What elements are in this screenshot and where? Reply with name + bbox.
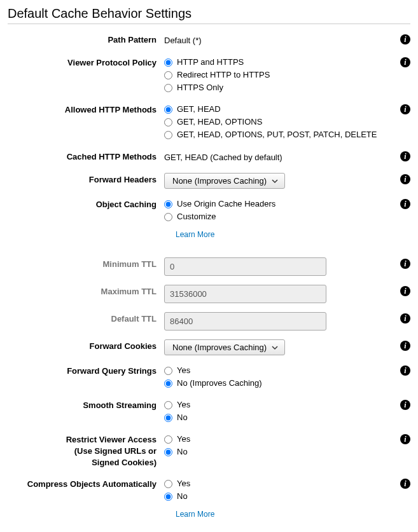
control-maximum-ttl bbox=[164, 285, 410, 303]
control-minimum-ttl bbox=[164, 257, 410, 276]
info-icon[interactable]: i bbox=[400, 34, 410, 44]
label-default-ttl: Default TTL bbox=[8, 312, 164, 325]
row-default-ttl: Default TTL i bbox=[8, 312, 410, 331]
label-restrict-viewer-access: Restrict Viewer Access (Use Signed URLs … bbox=[8, 433, 164, 468]
info-icon[interactable]: i bbox=[400, 174, 410, 184]
input-default-ttl[interactable] bbox=[164, 312, 326, 331]
row-cached-http-methods: Cached HTTP Methods GET, HEAD (Cached by… bbox=[8, 150, 410, 164]
info-icon[interactable]: i bbox=[400, 286, 410, 296]
info-icon[interactable]: i bbox=[400, 479, 410, 489]
chevron-down-icon bbox=[272, 344, 278, 351]
control-smooth-streaming: Yes No bbox=[164, 399, 410, 424]
info-icon[interactable]: i bbox=[400, 434, 410, 444]
label-compress-objects: Compress Objects Automatically bbox=[8, 477, 164, 490]
label-cached-http-methods: Cached HTTP Methods bbox=[8, 150, 164, 163]
radio-co-no[interactable]: No bbox=[164, 490, 391, 503]
label-minimum-ttl: Minimum TTL bbox=[8, 257, 164, 270]
row-maximum-ttl: Maximum TTL i bbox=[8, 285, 410, 303]
radio-oc-origin[interactable]: Use Origin Cache Headers bbox=[164, 198, 391, 210]
info-icon[interactable]: i bbox=[400, 199, 410, 209]
radio-rva-no[interactable]: No bbox=[164, 446, 391, 458]
row-forward-headers: Forward Headers None (Improves Caching) … bbox=[8, 173, 410, 189]
control-compress-objects: Yes No Learn More bbox=[164, 477, 410, 521]
info-icon[interactable]: i bbox=[400, 365, 410, 376]
section-title: Default Cache Behavior Settings bbox=[8, 6, 410, 24]
radio-co-yes[interactable]: Yes bbox=[164, 477, 391, 490]
label-maximum-ttl: Maximum TTL bbox=[8, 285, 164, 297]
row-viewer-protocol-policy: Viewer Protocol Policy HTTP and HTTPS Re… bbox=[8, 56, 410, 94]
control-forward-query-strings: Yes No (Improves Caching) bbox=[164, 364, 410, 390]
control-forward-headers: None (Improves Caching) bbox=[164, 173, 410, 189]
input-maximum-ttl[interactable] bbox=[164, 285, 326, 303]
info-icon[interactable]: i bbox=[400, 104, 410, 114]
label-allowed-http-methods: Allowed HTTP Methods bbox=[8, 103, 164, 116]
label-path-pattern: Path Pattern bbox=[8, 33, 164, 46]
label-viewer-protocol-policy: Viewer Protocol Policy bbox=[8, 56, 164, 69]
radio-vpp-http-and-https[interactable]: HTTP and HTTPS bbox=[164, 56, 391, 69]
label-smooth-streaming: Smooth Streaming bbox=[8, 399, 164, 411]
info-icon[interactable]: i bbox=[400, 313, 410, 324]
radio-ss-yes[interactable]: Yes bbox=[164, 399, 391, 411]
info-icon[interactable]: i bbox=[400, 151, 410, 161]
radio-ss-no[interactable]: No bbox=[164, 411, 391, 424]
control-default-ttl bbox=[164, 312, 410, 331]
row-forward-query-strings: Forward Query Strings Yes No (Improves C… bbox=[8, 364, 410, 390]
radio-ahm-get-head-options[interactable]: GET, HEAD, OPTIONS bbox=[164, 116, 391, 128]
chevron-down-icon bbox=[272, 178, 278, 184]
radio-vpp-https-only[interactable]: HTTPS Only bbox=[164, 81, 391, 94]
radio-rva-yes[interactable]: Yes bbox=[164, 433, 391, 446]
select-forward-headers[interactable]: None (Improves Caching) bbox=[164, 173, 285, 189]
info-icon[interactable]: i bbox=[400, 400, 410, 410]
info-icon[interactable]: i bbox=[400, 341, 410, 351]
label-forward-query-strings: Forward Query Strings bbox=[8, 364, 164, 377]
row-restrict-viewer-access: Restrict Viewer Access (Use Signed URLs … bbox=[8, 433, 410, 468]
control-restrict-viewer-access: Yes No bbox=[164, 433, 410, 458]
learn-more-link[interactable]: Learn More bbox=[176, 228, 214, 241]
control-allowed-http-methods: GET, HEAD GET, HEAD, OPTIONS GET, HEAD, … bbox=[164, 103, 410, 141]
value-path-pattern: Default (*) bbox=[164, 33, 410, 47]
radio-fqs-yes[interactable]: Yes bbox=[164, 364, 391, 377]
radio-fqs-no[interactable]: No (Improves Caching) bbox=[164, 377, 391, 390]
label-forward-headers: Forward Headers bbox=[8, 173, 164, 186]
label-object-caching: Object Caching bbox=[8, 198, 164, 210]
info-icon[interactable]: i bbox=[400, 259, 410, 269]
select-forward-cookies[interactable]: None (Improves Caching) bbox=[164, 339, 285, 355]
input-minimum-ttl[interactable] bbox=[164, 257, 326, 276]
radio-oc-customize[interactable]: Customize bbox=[164, 210, 391, 223]
value-cached-http-methods: GET, HEAD (Cached by default) bbox=[164, 150, 410, 164]
control-object-caching: Use Origin Cache Headers Customize Learn… bbox=[164, 198, 410, 241]
row-minimum-ttl: Minimum TTL i bbox=[8, 257, 410, 276]
row-allowed-http-methods: Allowed HTTP Methods GET, HEAD GET, HEAD… bbox=[8, 103, 410, 141]
info-icon[interactable]: i bbox=[400, 57, 410, 67]
radio-vpp-redirect[interactable]: Redirect HTTP to HTTPS bbox=[164, 69, 391, 81]
row-smooth-streaming: Smooth Streaming Yes No i bbox=[8, 399, 410, 424]
learn-more-link[interactable]: Learn More bbox=[176, 508, 214, 521]
label-forward-cookies: Forward Cookies bbox=[8, 339, 164, 352]
row-path-pattern: Path Pattern Default (*) i bbox=[8, 33, 410, 47]
control-viewer-protocol-policy: HTTP and HTTPS Redirect HTTP to HTTPS HT… bbox=[164, 56, 410, 94]
row-compress-objects: Compress Objects Automatically Yes No Le… bbox=[8, 477, 410, 521]
radio-ahm-get-head[interactable]: GET, HEAD bbox=[164, 103, 391, 116]
settings-form: Path Pattern Default (*) i Viewer Protoc… bbox=[8, 33, 410, 521]
row-object-caching: Object Caching Use Origin Cache Headers … bbox=[8, 198, 410, 241]
control-forward-cookies: None (Improves Caching) bbox=[164, 339, 410, 355]
radio-ahm-all[interactable]: GET, HEAD, OPTIONS, PUT, POST, PATCH, DE… bbox=[164, 128, 391, 141]
row-forward-cookies: Forward Cookies None (Improves Caching) … bbox=[8, 339, 410, 355]
